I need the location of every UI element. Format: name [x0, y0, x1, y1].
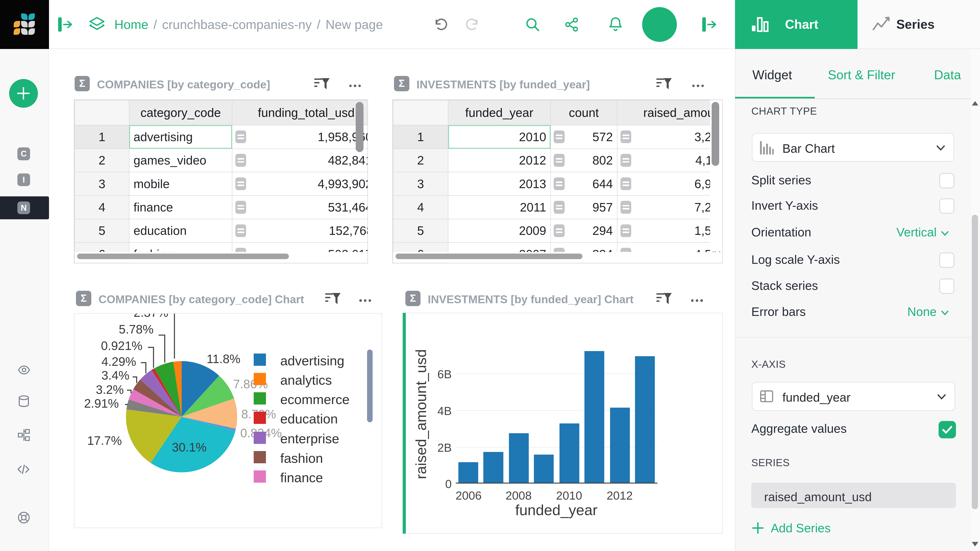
svg-text:2.91%: 2.91% [84, 397, 119, 410]
svg-text:0.921%: 0.921% [101, 339, 143, 353]
svg-text:30.1%: 30.1% [172, 440, 207, 454]
svg-text:11.8%: 11.8% [207, 352, 240, 366]
svg-text:4.29%: 4.29% [102, 355, 136, 368]
svg-text:2.37%: 2.37% [134, 314, 169, 319]
svg-text:3.4%: 3.4% [102, 368, 129, 382]
svg-text:17.7%: 17.7% [87, 433, 122, 448]
svg-text:5.78%: 5.78% [119, 322, 154, 336]
svg-text:3.2%: 3.2% [96, 383, 124, 397]
